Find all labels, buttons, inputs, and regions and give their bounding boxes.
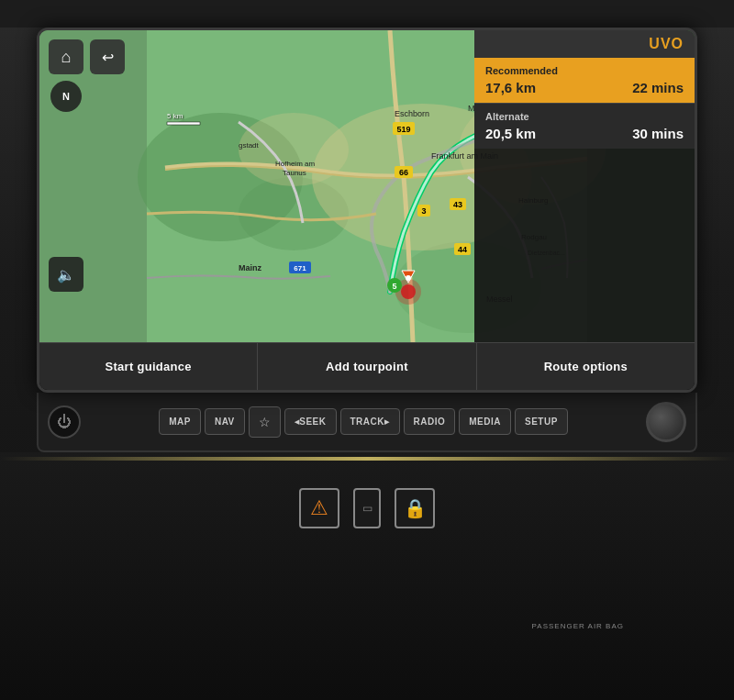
control-buttons-row: MAP NAV ☆ ◂SEEK TRACK▸ RADIO MEDIA SETUP: [81, 406, 646, 438]
airbag-label: PASSENGER AIR BAG: [532, 622, 624, 631]
car-dashboard: 519 66 661 40 43 44 3: [0, 0, 734, 700]
alternate-distance: 20,5 km: [485, 126, 536, 141]
back-button[interactable]: ↩: [90, 39, 125, 74]
warning-button[interactable]: ⚠: [299, 488, 339, 528]
nav-button[interactable]: NAV: [205, 408, 245, 435]
alternate-label: Alternate: [485, 111, 684, 122]
recommended-route[interactable]: Recommended 17,6 km 22 mins: [474, 58, 695, 103]
rect-button[interactable]: ▭: [353, 488, 381, 528]
hardware-controls: ⏻ MAP NAV ☆ ◂SEEK TRACK▸ RADIO MEDIA SET…: [37, 393, 697, 452]
volume-knob[interactable]: [646, 402, 686, 442]
start-guidance-button[interactable]: Start guidance: [39, 343, 258, 390]
recommended-distance: 17,6 km: [485, 80, 536, 95]
uvo-panel: UVO Recommended 17,6 km 22 mins Alternat…: [474, 30, 695, 342]
uvo-logo: UVO: [649, 36, 684, 52]
compass: N: [50, 81, 82, 112]
bottom-console: ⚠ ▭ 🔒 PASSENGER AIR BAG: [0, 452, 734, 700]
recommended-time: 22 mins: [632, 80, 684, 95]
power-button[interactable]: ⏻: [48, 406, 81, 439]
map-button[interactable]: MAP: [159, 408, 201, 435]
add-tourpoint-button[interactable]: Add tourpoint: [258, 343, 476, 390]
console-strip: [0, 457, 734, 461]
recommended-details: 17,6 km 22 mins: [485, 80, 684, 95]
alternate-time: 30 mins: [632, 126, 684, 141]
lock-button[interactable]: 🔒: [395, 488, 435, 528]
setup-button[interactable]: SETUP: [515, 408, 568, 435]
recommended-label: Recommended: [485, 65, 684, 76]
radio-button[interactable]: RADIO: [404, 408, 456, 435]
map-area: 519 66 661 40 43 44 3: [39, 30, 695, 342]
route-options-button[interactable]: Route options: [477, 343, 695, 390]
uvo-header: UVO: [474, 30, 695, 58]
bottom-buttons-row: ⚠ ▭ 🔒: [299, 488, 435, 528]
track-right-button[interactable]: TRACK▸: [340, 408, 400, 435]
favorite-button[interactable]: ☆: [249, 406, 281, 438]
nav-mute-icon[interactable]: 🔈: [49, 257, 83, 292]
alternate-route[interactable]: Alternate 20,5 km 30 mins: [474, 103, 695, 149]
screen-frame: 519 66 661 40 43 44 3: [37, 28, 697, 393]
media-button[interactable]: MEDIA: [459, 408, 511, 435]
home-button[interactable]: ⌂: [49, 39, 83, 74]
seek-left-button[interactable]: ◂SEEK: [284, 408, 337, 435]
alternate-details: 20,5 km 30 mins: [485, 126, 684, 141]
top-bezel: [0, 0, 734, 28]
screen-bottom-buttons: Start guidance Add tourpoint Route optio…: [39, 342, 695, 390]
